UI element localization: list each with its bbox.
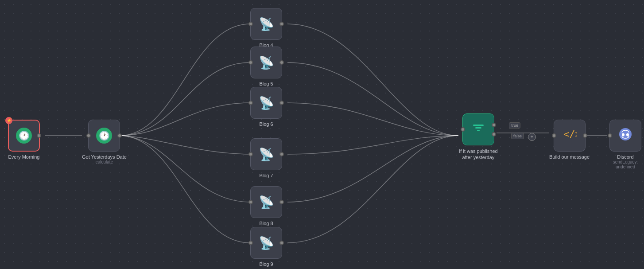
output-port-true[interactable] [492,123,496,127]
input-port[interactable] [248,200,253,204]
input-port[interactable] [608,133,612,138]
trigger-badge: ⚡ [5,117,12,124]
rss-icon: 📡 [259,195,274,210]
node-label: Blog 5 [259,81,273,86]
node-label: Discord [617,154,633,160]
input-port[interactable] [248,241,253,245]
node-label: Every Morning [8,154,40,160]
node-if-published[interactable]: If it was published after yesterday true… [458,113,498,161]
true-branch-label: true [509,122,520,129]
node-box-blog8: 📡 [250,186,282,218]
node-box-blog5: 📡 [250,47,282,78]
svg-rect-2 [477,130,480,131]
svg-point-6 [626,133,629,136]
input-port[interactable] [248,101,253,105]
input-port[interactable] [86,133,91,138]
node-label: Blog 6 [259,121,273,127]
node-blog9[interactable]: 📡 Blog 9 [250,227,282,267]
node-blog8[interactable]: 📡 Blog 8 [250,186,282,226]
node-box-blog7: 📡 [250,138,282,170]
code-icon: </> [562,127,577,144]
output-port[interactable] [583,133,587,138]
svg-rect-0 [473,125,484,126]
rss-icon: 📡 [259,147,274,162]
discord-icon [617,126,633,145]
node-sublabel: sendLegacy: undefined [607,160,644,169]
node-box-get-yesterdays-date: 🕐 [88,120,120,152]
input-port[interactable] [248,152,253,156]
node-label: Blog 8 [259,221,273,226]
output-port[interactable] [279,60,284,65]
node-every-morning[interactable]: ⚡ 🕐 Every Morning [8,120,40,160]
svg-point-4 [619,128,632,140]
node-label: Blog 7 [259,173,273,178]
rss-icon: 📡 [259,17,274,31]
node-box-build-message: </> [554,120,586,152]
node-blog5[interactable]: 📡 Blog 5 [250,47,282,86]
node-label: Blog 9 [259,261,273,267]
input-port[interactable] [461,127,465,132]
rss-icon: 📡 [259,236,274,250]
node-box-discord [609,120,641,152]
node-box-blog4: 📡 [250,8,282,40]
svg-text:</>: </> [563,129,577,140]
output-port[interactable] [279,101,284,105]
node-box-every-morning: ⚡ 🕐 [8,120,40,152]
node-get-yesterdays-date[interactable]: 🕐 Get Yesterdays Date calculate [82,120,127,164]
node-label: Get Yesterdays Date [82,154,127,160]
node-box-blog6: 📡 [250,87,282,119]
output-port[interactable] [37,133,41,138]
input-port[interactable] [248,60,253,65]
node-build-message[interactable]: </> Build our message [549,120,590,160]
input-port[interactable] [248,22,253,26]
svg-point-5 [622,133,625,136]
input-port[interactable] [552,133,556,138]
node-blog4[interactable]: 📡 Blog 4 [250,8,282,48]
node-box-if-published [462,113,494,145]
svg-rect-1 [475,127,481,129]
output-port[interactable] [279,241,284,245]
clock-blue-icon: 🕐 [96,128,112,144]
add-branch-button[interactable]: + [528,133,536,141]
output-port-false[interactable] [492,132,496,136]
output-port[interactable] [117,133,122,138]
node-blog7[interactable]: 📡 Blog 7 [250,138,282,178]
false-branch-label: false [511,133,524,139]
rss-icon: 📡 [259,55,274,70]
clock-icon: 🕐 [16,128,32,144]
node-sublabel: calculate [96,160,113,164]
node-label: Build our message [549,154,590,160]
output-port[interactable] [279,200,284,204]
output-port[interactable] [279,22,284,26]
filter-icon [471,121,485,138]
node-label: If it was published after yesterday [458,148,498,161]
node-discord[interactable]: Discord sendLegacy: undefined [607,120,644,169]
output-port[interactable] [279,152,284,156]
rss-icon: 📡 [259,96,274,110]
node-blog6[interactable]: 📡 Blog 6 [250,87,282,127]
node-box-blog9: 📡 [250,227,282,259]
